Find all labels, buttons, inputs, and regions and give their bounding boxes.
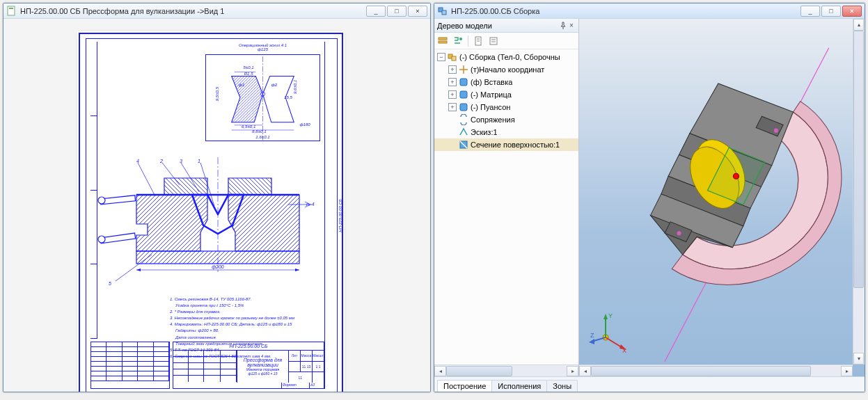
mates-icon	[458, 114, 469, 125]
svg-rect-42	[490, 38, 497, 45]
assembly-doc-icon	[437, 6, 448, 16]
svg-line-25	[138, 163, 155, 196]
svg-rect-47	[460, 79, 467, 86]
revision-block	[90, 342, 170, 389]
model-tree[interactable]: − (-) Сборка (Тел-0, Сборочны + (т)Начал…	[434, 49, 578, 365]
expand-icon[interactable]: +	[448, 65, 457, 74]
part-icon	[458, 102, 469, 113]
svg-point-38	[459, 38, 462, 40]
sketch-icon	[458, 127, 469, 138]
tab-exec[interactable]: Исполнения	[491, 380, 547, 392]
svg-rect-46	[452, 56, 456, 61]
svg-marker-68	[603, 314, 608, 319]
tree-item-punch[interactable]: + (-) Пуансон	[434, 101, 578, 113]
part-icon	[458, 89, 469, 100]
drawing-doc-icon	[6, 6, 17, 16]
drawing-sheet: НП-225.00.00 СБ Операционный эскиз 4:1 ф…	[79, 33, 343, 392]
part-icon	[458, 77, 469, 88]
main-section-view: ф200	[96, 150, 340, 282]
tab-zones[interactable]: Зоны	[546, 380, 578, 392]
svg-line-29	[116, 255, 152, 281]
svg-rect-21	[100, 195, 136, 205]
tree-display-icon[interactable]	[437, 35, 448, 47]
svg-text:Z: Z	[590, 332, 594, 339]
drawing-title: НП-225.00.00 СБ Прессформа для вулканиза…	[20, 7, 363, 15]
svg-text:1,6±0,1: 1,6±0,1	[255, 134, 269, 139]
svg-text:Y: Y	[608, 312, 613, 319]
svg-text:15,5: 15,5	[284, 95, 292, 99]
model-viewport[interactable]: Y X Z ▴ ▾ ◂	[579, 19, 865, 376]
assembly-max-button[interactable]: □	[821, 6, 841, 17]
drawing-max-button[interactable]: □	[387, 6, 407, 17]
assembly-close-button[interactable]: ×	[842, 6, 862, 17]
tree-root[interactable]: − (-) Сборка (Тел-0, Сборочны	[434, 51, 578, 63]
scroll-thumb[interactable]	[446, 366, 512, 376]
expand-icon[interactable]: −	[437, 53, 445, 61]
svg-text:ф200: ф200	[212, 264, 224, 270]
svg-rect-23	[100, 233, 136, 243]
svg-text:6,5±0,1: 6,5±0,1	[242, 124, 255, 129]
expand-icon[interactable]: +	[448, 78, 457, 86]
drawing-canvas[interactable]: НП-225.00.00 СБ Операционный эскиз 4:1 ф…	[3, 19, 430, 392]
svg-text:9,6±0,1: 9,6±0,1	[292, 80, 297, 94]
drawing-titlebar[interactable]: НП-225.00.00 СБ Прессформа для вулканиза…	[3, 3, 430, 19]
tree-header[interactable]: Дерево модели ×	[434, 19, 578, 33]
svg-text:8,8±0,1: 8,8±0,1	[252, 129, 266, 134]
svg-point-65	[733, 173, 739, 179]
svg-text:R1,5: R1,5	[244, 71, 254, 76]
tree-item-insert[interactable]: + (ф) Вставка	[434, 76, 578, 88]
svg-text:5±0,1: 5±0,1	[243, 65, 253, 70]
scroll-left-icon[interactable]: ◂	[434, 366, 446, 376]
svg-marker-74	[589, 339, 594, 344]
svg-text:ф2: ф2	[271, 82, 278, 87]
expand-icon[interactable]: +	[448, 103, 457, 111]
tree-doc-icon[interactable]	[473, 35, 484, 47]
assembly-titlebar[interactable]: НП-225.00.00.СБ Сборка _ □ ×	[434, 3, 865, 19]
svg-point-24	[98, 236, 105, 243]
svg-text:ф180: ф180	[299, 122, 310, 127]
tree-scrollbar-h[interactable]: ◂ ▸	[434, 365, 578, 376]
svg-rect-49	[460, 104, 467, 111]
tree-item-mates[interactable]: Сопряжения	[434, 113, 578, 126]
viewport-scrollbar-v[interactable]: ▴ ▾	[853, 19, 865, 365]
assembly-icon	[447, 51, 458, 63]
svg-text:ф1: ф1	[239, 82, 245, 87]
svg-rect-48	[460, 91, 467, 98]
assembly-min-button[interactable]: _	[800, 6, 820, 17]
svg-rect-36	[439, 38, 447, 40]
svg-text:X: X	[622, 347, 626, 353]
scroll-right-icon[interactable]: ▸	[567, 366, 578, 376]
expand-icon[interactable]: +	[448, 90, 457, 99]
origin-icon	[458, 64, 469, 75]
section-icon	[458, 139, 469, 150]
pin-icon[interactable]	[559, 22, 567, 30]
svg-rect-35	[442, 10, 446, 15]
detail-sketch: Операционный эскиз 4:1 ф125	[205, 43, 320, 151]
tree-props-icon[interactable]	[488, 35, 499, 47]
svg-point-62	[774, 129, 778, 133]
tree-tabstrip: Построение Исполнения Зоны	[434, 376, 865, 392]
model-tree-panel: Дерево модели ×	[434, 19, 579, 376]
svg-marker-31	[136, 269, 141, 271]
viewport-scrollbar-h[interactable]: ◂ ▸	[579, 365, 853, 376]
assembly-window: НП-225.00.00.СБ Сборка _ □ × Дерево моде…	[434, 3, 865, 392]
tab-build[interactable]: Построение	[437, 380, 492, 392]
svg-rect-37	[439, 41, 447, 43]
tree-title: Дерево модели	[437, 22, 492, 30]
tree-item-sketch[interactable]: Эскиз:1	[434, 126, 578, 138]
title-block: НП-225.00.00 СБ Прессформа для	[173, 342, 324, 389]
drawing-min-button[interactable]: _	[366, 6, 386, 17]
assembly-title: НП-225.00.00.СБ Сборка	[451, 7, 798, 15]
drawing-window: НП-225.00.00 СБ Прессформа для вулканиза…	[3, 3, 431, 392]
tree-item-matrix[interactable]: + (-) Матрица	[434, 88, 578, 101]
svg-text:9,5±0,5: 9,5±0,5	[214, 86, 219, 101]
svg-marker-32	[295, 269, 299, 271]
svg-point-63	[677, 231, 681, 235]
tree-filter-icon[interactable]	[452, 35, 464, 47]
svg-rect-0	[8, 6, 15, 15]
tree-close-icon[interactable]: ×	[567, 22, 576, 30]
tree-item-section[interactable]: Сечение поверхностью:1	[434, 138, 578, 151]
drawing-close-button[interactable]: ×	[408, 6, 427, 17]
tree-item-origin[interactable]: + (т)Начало координат	[434, 63, 578, 76]
svg-rect-19	[136, 251, 299, 264]
